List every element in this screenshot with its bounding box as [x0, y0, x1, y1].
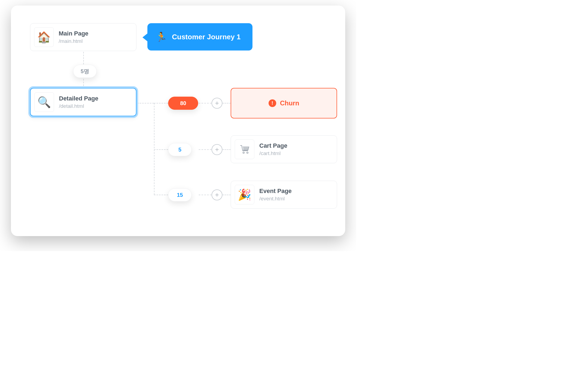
connector — [154, 149, 168, 150]
connector — [222, 195, 231, 195]
node-cart-page[interactable]: Cart Page /cart.html — [231, 135, 337, 163]
cart-icon — [235, 139, 254, 159]
journey-canvas: 🏠 Main Page /main.html 🏃 Customer Journe… — [11, 5, 345, 236]
node-path: /main.html — [59, 38, 88, 44]
svg-point-0 — [243, 152, 244, 153]
node-path: /detail.html — [59, 103, 98, 109]
plus-icon — [215, 147, 219, 152]
plus-icon — [215, 192, 219, 197]
count-value: 80 — [180, 100, 186, 106]
count-detail-to-churn[interactable]: 80 — [168, 97, 198, 110]
add-step-button[interactable] — [212, 98, 222, 109]
node-labels: Detailed Page /detail.html — [59, 95, 98, 109]
node-detailed-page[interactable]: 🔍 Detailed Page /detail.html — [30, 88, 136, 116]
add-step-button[interactable] — [212, 189, 222, 200]
node-labels: Cart Page /cart.html — [259, 142, 287, 156]
connector — [154, 103, 154, 195]
node-path: /cart.html — [259, 150, 287, 156]
churn-label: Churn — [280, 99, 299, 107]
connector — [222, 103, 231, 103]
magnifier-icon: 🔍 — [34, 92, 54, 112]
node-path: /event.html — [259, 196, 292, 202]
count-value: 5 — [178, 147, 181, 153]
node-title: Cart Page — [259, 142, 287, 149]
node-main-page[interactable]: 🏠 Main Page /main.html — [30, 23, 136, 51]
journey-callout[interactable]: 🏃 Customer Journey 1 — [147, 23, 252, 51]
node-labels: Event Page /event.html — [259, 188, 292, 202]
count-main-to-detail[interactable]: 5명 — [73, 65, 97, 78]
add-step-button[interactable] — [212, 144, 222, 155]
connector — [137, 103, 154, 103]
connector — [222, 149, 231, 150]
connector — [199, 195, 212, 195]
count-value: 15 — [177, 192, 183, 198]
node-churn[interactable]: ! Churn — [231, 88, 337, 118]
count-detail-to-event[interactable]: 15 — [168, 188, 192, 201]
node-title: Main Page — [59, 30, 88, 37]
node-title: Event Page — [259, 188, 292, 195]
connector — [199, 149, 212, 150]
node-title: Detailed Page — [59, 95, 98, 102]
party-icon: 🎉 — [235, 185, 254, 204]
node-labels: Main Page /main.html — [59, 30, 88, 44]
warning-icon: ! — [269, 99, 276, 107]
connector — [154, 195, 168, 195]
count-detail-to-cart[interactable]: 5 — [168, 143, 192, 156]
plus-icon — [215, 101, 219, 106]
connector — [154, 103, 168, 103]
connector — [199, 103, 212, 103]
runner-icon: 🏃 — [156, 31, 167, 42]
count-value: 5명 — [81, 68, 89, 75]
house-icon: 🏠 — [34, 27, 54, 47]
node-event-page[interactable]: 🎉 Event Page /event.html — [231, 181, 337, 209]
journey-title: Customer Journey 1 — [172, 33, 240, 41]
svg-point-1 — [247, 152, 248, 153]
